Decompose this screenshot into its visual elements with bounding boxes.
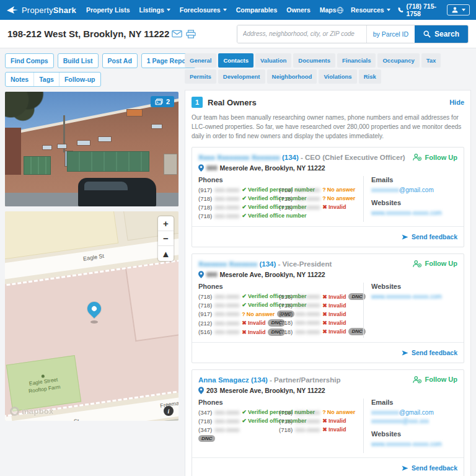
nav-item-listings[interactable]: Listings — [139, 6, 170, 14]
owner-property-count[interactable]: (134) — [282, 154, 299, 161]
status-icon: ✖ — [322, 294, 327, 300]
property-parcel: Eagle Street Rooftop Farm — [5, 254, 178, 419]
status-label: Invalid — [328, 311, 346, 317]
nav-item-comparables[interactable]: Comparables — [236, 6, 278, 14]
websites-heading: Websites — [371, 430, 457, 438]
hide-link[interactable]: Hide — [449, 99, 464, 106]
phone-row: (347)000-0000✔Verified personal number — [198, 409, 276, 416]
follow-up-button[interactable]: Follow Up — [413, 260, 457, 268]
find-comps-button[interactable]: Find Comps — [5, 53, 54, 68]
shark-icon — [6, 5, 19, 15]
print-icon[interactable] — [186, 30, 196, 38]
property-photo[interactable]: 2 — [5, 92, 178, 206]
phone-number-redacted: 000-0000 — [214, 187, 239, 193]
mapbox-attribution[interactable]: mapbox — [10, 407, 54, 416]
phone-area-code: (516) — [279, 293, 293, 300]
brand-logo[interactable]: PropertyShark — [6, 5, 76, 15]
status-label: No answer — [327, 195, 356, 201]
tab-contacts[interactable]: Contacts — [218, 53, 253, 68]
owner-property-count[interactable]: (134) — [260, 260, 276, 268]
phone-area-code: (516) — [198, 328, 212, 335]
phone-number-redacted: 000-0000 — [295, 293, 320, 300]
phone-row: (718)000-0000✖Invalid — [279, 311, 357, 317]
phone-area-code: (718) — [279, 418, 293, 425]
tab-financials[interactable]: Financials — [337, 53, 376, 68]
status-icon: ✔ — [242, 187, 247, 193]
phone-number-redacted: 000-0000 — [214, 328, 239, 335]
tab-development[interactable]: Development — [218, 69, 265, 84]
send-feedback-link[interactable]: Send feedback — [402, 349, 457, 356]
follow-up-button[interactable]: Follow Up — [413, 376, 457, 384]
phone-row: (718)000-0000✖Invalid — [279, 418, 357, 425]
rooftop-farm: Eagle Street Rooftop Farm — [6, 355, 81, 412]
nav-item-maps[interactable]: Maps — [320, 6, 337, 14]
phone-status: ✖Invalid — [322, 426, 346, 433]
search-button[interactable]: Search — [415, 25, 468, 43]
follow-up-button[interactable]: Follow Up — [413, 153, 457, 161]
phone-number-redacted: 000-0000 — [295, 187, 320, 193]
tab-risk[interactable]: Risk — [359, 69, 381, 84]
build-list-button[interactable]: Build List — [58, 53, 99, 68]
nav-item-property-lists[interactable]: Property Lists — [86, 6, 130, 14]
phone-number-redacted: 000-0000 — [214, 320, 239, 327]
tab-neighborhood[interactable]: Neighborhood — [267, 69, 317, 84]
resources-menu[interactable]: Resources — [351, 6, 390, 14]
tab-valuation[interactable]: Valuation — [255, 53, 291, 68]
owner-name[interactable]: Anna Smagacz — [198, 376, 249, 384]
email-link[interactable]: xxxxxxxxx@gmail.com — [371, 187, 457, 193]
tab-general[interactable]: General — [185, 53, 216, 68]
follow-up-link[interactable]: Follow-up — [60, 73, 100, 86]
by-parcel-id-link[interactable]: by Parcel ID — [366, 25, 415, 43]
address-number: 203 — [206, 387, 218, 394]
redacted-text: xxxxxxxxxx@xxx.xxx — [371, 418, 429, 425]
email-link[interactable]: xxxxxxxxx@gmail.com — [371, 409, 457, 416]
notes-link[interactable]: Notes — [6, 73, 34, 86]
send-feedback-link[interactable]: Send feedback — [402, 233, 457, 240]
status-icon: ✖ — [322, 328, 327, 335]
tab-permits[interactable]: Permits — [185, 69, 216, 84]
search-input[interactable] — [237, 25, 366, 43]
phone-row: (718)000-0000✖Invalid — [279, 302, 357, 309]
zoom-in-button[interactable]: + — [158, 216, 174, 231]
website-link[interactable]: www.xxxxxxxx-xxxxx.com — [371, 209, 457, 216]
owner-name[interactable]: Xxxx Xxxxxxxx Xxxxxxx — [198, 154, 280, 161]
phone-row: (718)000-0000?No answer — [279, 409, 357, 416]
user-icon — [451, 6, 459, 14]
account-menu[interactable] — [447, 4, 470, 15]
map-info-button[interactable]: i — [164, 406, 174, 416]
phone-row: (718)000-0000✖Invalid — [279, 204, 357, 211]
phone-number-redacted: 000-0000 — [214, 409, 239, 416]
phone-row: (718)000-0000✖Invalid — [279, 426, 357, 433]
email-link[interactable]: xxxxxxxxxx@xxx.xxx — [371, 418, 457, 425]
nav-item-owners[interactable]: Owners — [286, 6, 311, 14]
owner-name[interactable]: Xxxxxxx Xxxxxxx — [198, 260, 257, 268]
location-map[interactable]: Eagle Street Rooftop Farm Eagle St Freem… — [5, 211, 178, 421]
nav-item-foreclosures[interactable]: Foreclosures — [180, 6, 227, 14]
phone-area-code: (718) — [279, 302, 293, 309]
tab-occupancy[interactable]: Occupancy — [377, 53, 419, 68]
zoom-out-button[interactable]: − — [158, 231, 174, 246]
tags-link[interactable]: Tags — [34, 73, 60, 86]
send-feedback-link[interactable]: Send feedback — [402, 464, 457, 472]
owner-role: - Vice-President — [276, 260, 332, 268]
owner-property-count[interactable]: (134) — [251, 376, 268, 384]
visible-text: @gmail.com — [399, 409, 434, 416]
tab-violations[interactable]: Violations — [319, 69, 356, 84]
website-link[interactable]: www.xxxxxxxx-xxxxx.com — [371, 293, 457, 300]
email-icon[interactable] — [172, 30, 182, 38]
phone-row: (718)000-0000?No answer — [279, 187, 357, 193]
website-link[interactable]: www.xxxxxxxx-xxxxx.com — [371, 441, 457, 447]
compass-button[interactable]: ▲ — [158, 246, 174, 261]
globe-icon[interactable] — [337, 6, 343, 15]
phone-number-redacted: 000-0000 — [295, 204, 320, 211]
post-ad-button[interactable]: Post Ad — [102, 53, 138, 68]
nav-right: Resources (718) 715-1758 — [337, 2, 470, 17]
photo-count-badge[interactable]: 2 — [151, 96, 174, 107]
tab-documents[interactable]: Documents — [293, 53, 335, 68]
photos-icon — [155, 99, 163, 105]
owner-address: 000Meserole Ave, Brooklyn, NY 11222 — [198, 271, 457, 278]
tab-tax[interactable]: Tax — [421, 53, 441, 68]
phone-area-code: (718) — [198, 302, 212, 309]
phone-status: ✖Invalid — [322, 320, 346, 326]
car — [78, 178, 156, 206]
